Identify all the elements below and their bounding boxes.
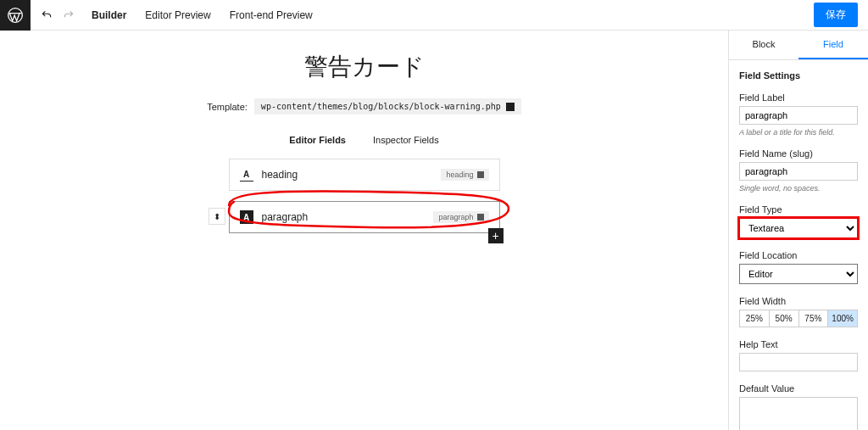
field-location-select[interactable]: Editor [739,264,858,284]
tab-frontend-preview[interactable]: Front-end Preview [230,9,313,21]
tab-editor-fields[interactable]: Editor Fields [289,135,346,148]
clipboard-icon[interactable] [477,171,484,178]
canvas: 警告カード Template: wp-content/themes/blog/b… [0,31,728,430]
width-50[interactable]: 50% [770,310,799,327]
field-badge-text: paragraph [438,213,473,221]
wordpress-logo[interactable] [0,0,31,31]
default-value-textarea[interactable] [739,397,858,430]
template-label: Template: [207,102,248,112]
field-label-help: A label or a title for this field. [739,128,858,137]
field-type-label: Field Type [739,204,858,215]
undo-icon[interactable] [41,9,53,21]
field-card-heading[interactable]: A heading heading [229,159,500,191]
width-75[interactable]: 75% [799,310,829,327]
field-label: heading [262,169,433,181]
help-text-label: Help Text [739,339,858,349]
width-button-group: 25% 50% 75% 100% [739,310,858,327]
field-label: paragraph [262,211,426,223]
field-name-label: Field Name (slug) [739,148,858,159]
field-badge: heading [441,169,488,181]
tab-block[interactable]: Block [729,31,798,59]
add-field-button[interactable]: + [488,228,504,243]
help-text-input[interactable] [739,353,858,371]
block-title[interactable]: 警告カード [304,51,425,83]
redo-icon[interactable] [63,9,75,21]
field-card-paragraph[interactable]: A paragraph paragraph [229,201,500,233]
inspector-tabs: Block Field [729,31,868,60]
nav-tabs: Builder Editor Preview Front-end Preview [92,9,313,21]
history-controls [31,9,85,21]
field-type-select[interactable]: Textarea [739,218,858,238]
tab-editor-preview[interactable]: Editor Preview [145,9,210,21]
template-path: wp-content/themes/blog/blocks/block-warn… [254,98,521,114]
tab-builder[interactable]: Builder [92,9,126,21]
field-tabs: Editor Fields Inspector Fields [289,135,438,148]
width-25[interactable]: 25% [740,310,770,327]
topbar: Builder Editor Preview Front-end Preview… [0,0,868,31]
clipboard-icon[interactable] [477,214,484,221]
field-location-label: Field Location [739,250,858,260]
field-badge-text: heading [446,170,473,179]
tab-inspector-fields[interactable]: Inspector Fields [373,135,439,148]
template-row: Template: wp-content/themes/blog/blocks/… [207,98,521,114]
field-badge: paragraph [433,211,488,223]
clipboard-icon[interactable] [506,103,515,111]
field-label-input[interactable] [739,106,858,125]
textarea-icon: A [240,210,253,224]
save-button[interactable]: 保存 [814,3,858,27]
template-path-text: wp-content/themes/blog/blocks/block-warn… [261,102,501,111]
field-name-input[interactable] [739,162,858,181]
field-width-label: Field Width [739,296,858,306]
default-value-label: Default Value [739,383,858,394]
fields-container: A heading heading ⬍ A paragraph paragrap… [229,159,500,243]
inspector-heading: Field Settings [739,70,858,81]
text-icon: A [240,168,253,181]
field-name-help: Single word, no spaces. [739,184,858,193]
tab-field[interactable]: Field [798,31,868,59]
move-handle[interactable]: ⬍ [209,208,225,225]
width-100[interactable]: 100% [828,310,857,327]
field-label-label: Field Label [739,92,858,103]
inspector-panel: Block Field Field Settings Field Label A… [728,31,868,430]
